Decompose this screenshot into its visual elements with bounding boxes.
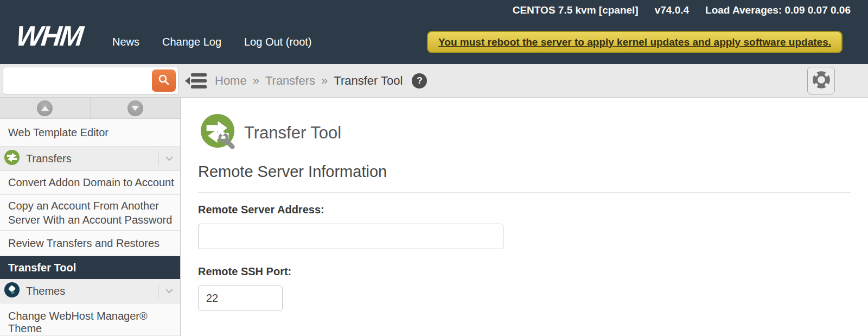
nav-news[interactable]: News [112,36,139,48]
sidebar-item-transfer-tool[interactable]: Transfer Tool [0,256,180,279]
top-header-bar: CENTOS 7.5 kvm [cpanel] v74.0.4 Load Ave… [0,0,868,64]
breadcrumb-home[interactable]: Home [215,74,247,88]
sidebar-section-transfers[interactable]: Transfers [0,147,180,171]
main-content: Transfer Tool Remote Server Information … [181,98,868,336]
collapse-sidebar-icon[interactable] [185,73,207,89]
breadcrumb: Home » Transfers » Transfer Tool ? [215,64,427,97]
sidebar-scroll-controls [0,98,180,119]
sidebar-item-label: Copy an Account From Another Server With… [8,199,175,227]
sidebar-item-label: Convert Addon Domain to Account [8,176,174,189]
top-nav: News Change Log Log Out (root) [112,36,312,48]
transfers-icon [4,150,20,168]
section-divider [158,284,158,298]
sidebar-section-label: Themes [26,285,65,297]
scroll-down-button[interactable] [91,98,181,118]
search-button[interactable] [152,69,176,92]
page-header: Transfer Tool [200,113,341,153]
remote-ssh-port-input[interactable] [198,286,283,311]
transfer-tool-icon [200,113,238,153]
sidebar-item-review-transfers[interactable]: Review Transfers and Restores [0,231,180,256]
arrow-up-icon [37,100,53,116]
chevron-down-icon[interactable] [165,288,174,294]
section-heading: Remote Server Information [198,163,851,193]
sidebar-item-change-theme[interactable]: Change WebHost Manager® Theme [0,303,180,336]
chevron-down-icon[interactable] [165,156,174,161]
breadcrumb-transfers[interactable]: Transfers [265,74,315,88]
search-icon [158,74,170,87]
whm-version: v74.0.4 [655,4,689,16]
search-input[interactable] [9,69,147,92]
sidebar-item-web-template-editor[interactable]: Web Template Editor [0,119,180,147]
themes-icon [4,282,20,300]
arrow-down-icon [127,100,143,116]
scroll-up-button[interactable] [0,98,91,118]
load-averages: Load Averages: 0.09 0.07 0.06 [705,4,851,16]
sidebar-item-label: Change WebHost Manager® Theme [8,310,175,335]
reboot-alert-banner[interactable]: You must reboot the server to apply kern… [427,31,843,53]
page-title: Transfer Tool [244,123,341,143]
sidebar-section-themes[interactable]: Themes [0,279,180,303]
breadcrumb-separator: » [321,74,328,88]
reboot-alert-text: You must reboot the server to apply kern… [438,36,831,48]
support-button[interactable] [807,67,835,94]
sidebar-item-label: Review Transfers and Restores [8,237,159,250]
remote-server-address-label: Remote Server Address: [198,204,324,216]
remote-ssh-port-label: Remote SSH Port: [198,265,291,278]
breadcrumb-current: Transfer Tool [334,74,403,88]
lifesaver-icon [811,69,832,92]
sidebar-search [3,67,178,94]
sidebar-item-convert-addon-domain[interactable]: Convert Addon Domain to Account [0,171,180,195]
whm-logo[interactable]: WHM [15,20,84,52]
sidebar-menu: Web Template Editor Transfers Convert Ad… [0,98,181,336]
section-divider [158,151,158,166]
sidebar-item-copy-account[interactable]: Copy an Account From Another Server With… [0,195,180,231]
remote-server-address-input[interactable] [198,224,503,249]
breadcrumb-bar: Home » Transfers » Transfer Tool ? [0,64,868,98]
help-icon[interactable]: ? [412,73,427,88]
system-info: CENTOS 7.5 kvm [cpanel] v74.0.4 Load Ave… [513,4,851,16]
nav-change-log[interactable]: Change Log [162,36,221,48]
sidebar-section-label: Transfers [26,153,72,165]
sidebar-item-label: Web Template Editor [8,126,108,139]
breadcrumb-separator: » [253,74,259,88]
nav-log-out[interactable]: Log Out (root) [244,36,312,48]
sidebar-item-label: Transfer Tool [8,262,76,274]
system-os: CENTOS 7.5 kvm [cpanel] [513,4,639,16]
